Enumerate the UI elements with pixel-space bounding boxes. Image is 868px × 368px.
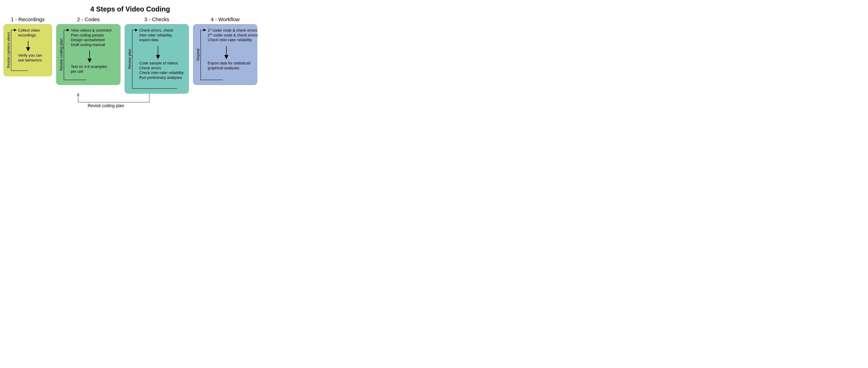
revisit-arrow bbox=[3, 94, 264, 113]
step-1-bottom-text: Verify you can see behaviors bbox=[18, 53, 42, 63]
step-1-card: Revise camera views bbox=[3, 24, 52, 76]
step-2-bottom-text: Test on 4-6 examples per cell bbox=[71, 64, 107, 74]
step-3-bottom-text: Code sample of videos Check errors Check… bbox=[139, 61, 184, 80]
revisit-arrow-area: Revisit coding plan bbox=[3, 94, 264, 113]
step-1-top-text: Collect video recordings bbox=[18, 28, 40, 37]
step-1-heading: 1 - Recordings bbox=[11, 17, 44, 22]
step-2-side-label: Revise coding plan bbox=[58, 38, 64, 71]
step-2-inner: View videos & comment Plan coding passes… bbox=[64, 27, 117, 82]
step-3-card: Revise plan Check errors, check bbox=[125, 24, 189, 94]
step-1-side-label: Revise camera views bbox=[5, 32, 11, 68]
step-3-side-label: Revise plan bbox=[127, 49, 132, 69]
step-2-top-text: View videos & comment Plan coding passes… bbox=[71, 28, 112, 47]
revisit-label: Revisit coding plan bbox=[88, 103, 124, 108]
step-2: 2 - Codes Revise coding plan bbox=[56, 17, 121, 85]
step-4-top-text: 1st coder code & check errors 2nd coder … bbox=[208, 28, 258, 42]
step-3-inner: Check errors, check inter-rater reliabil… bbox=[132, 27, 186, 91]
step-2-heading: 2 - Codes bbox=[77, 17, 100, 22]
diagram-root: 4 Steps of Video Coding 1 - Recordings R… bbox=[0, 0, 260, 116]
step-4-inner: 1st coder code & check errors 2nd coder … bbox=[200, 27, 254, 82]
step-4-heading: 4 - Workflow bbox=[211, 17, 240, 22]
step-4-bottom-text: Export data for statistical/ graphical a… bbox=[208, 61, 250, 70]
step-1-inner: Collect video recordings Verify you can … bbox=[11, 27, 49, 73]
step-3-top-text: Check errors, check inter-rater reliabil… bbox=[139, 28, 173, 42]
step-4-card: Repeat 1st coder code & check erro bbox=[193, 24, 257, 85]
page-title: 4 Steps of Video Coding bbox=[3, 5, 257, 13]
step-3-heading: 3 - Checks bbox=[144, 17, 169, 22]
step-1: 1 - Recordings Revise camera views bbox=[3, 17, 52, 76]
step-4-side-label: Repeat bbox=[195, 49, 200, 61]
steps-row: 1 - Recordings Revise camera views bbox=[3, 17, 257, 94]
step-4: 4 - Workflow Repeat bbox=[193, 17, 257, 85]
step-2-card: Revise coding plan View videos & c bbox=[56, 24, 121, 85]
step-3: 3 - Checks Revise plan bbox=[125, 17, 189, 94]
